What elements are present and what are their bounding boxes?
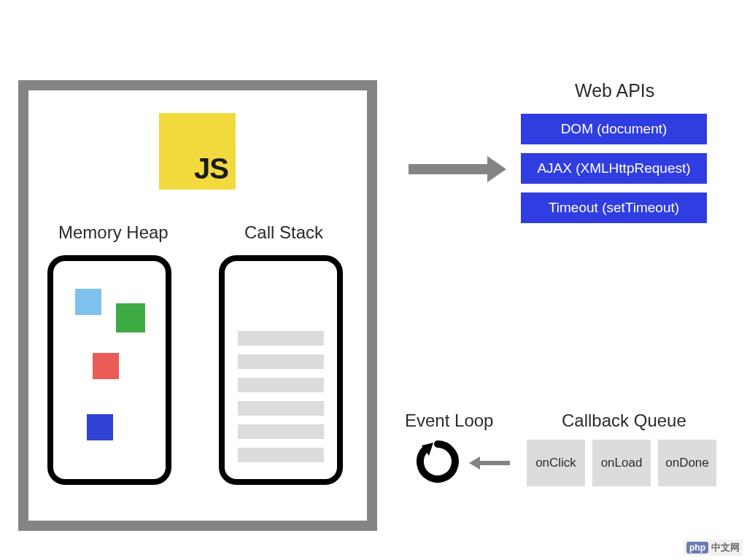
stack-frame — [238, 401, 324, 416]
callback-item: onLoad — [592, 440, 651, 486]
heap-object-green — [116, 303, 145, 332]
heap-object-red — [93, 353, 119, 379]
stack-frame — [238, 331, 324, 346]
stack-frame — [238, 354, 324, 369]
watermark: php 中文网 — [684, 540, 743, 556]
callback-label: onLoad — [601, 456, 643, 470]
web-api-label: DOM (document) — [561, 121, 667, 137]
web-api-ajax: AJAX (XMLHttpRequest) — [521, 153, 707, 184]
heap-object-blue — [87, 414, 113, 440]
heading-call-stack: Call Stack — [244, 222, 323, 243]
watermark-badge: php — [686, 542, 708, 553]
callback-label: onClick — [535, 456, 576, 470]
heading-callback-queue: Callback Queue — [562, 411, 686, 431]
heading-event-loop: Event Loop — [405, 411, 493, 431]
call-stack-container — [219, 255, 343, 485]
js-logo-text: JS — [194, 152, 228, 185]
callback-label: onDone — [665, 456, 709, 470]
heading-web-apis: Web APIs — [575, 80, 654, 101]
heading-memory-heap: Memory Heap — [58, 222, 169, 243]
callback-queue-row: onClick onLoad onDone — [527, 440, 716, 486]
web-api-timeout: Timeout (setTimeout) — [521, 192, 707, 223]
stack-frame — [238, 378, 324, 392]
watermark-text: 中文网 — [711, 541, 740, 554]
js-logo: JS — [159, 113, 236, 190]
web-api-label: AJAX (XMLHttpRequest) — [537, 160, 690, 176]
stack-frame — [238, 424, 324, 439]
web-api-dom: DOM (document) — [521, 114, 707, 144]
stack-frame — [238, 448, 324, 462]
callback-item: onClick — [527, 440, 585, 486]
arrow-left-icon — [479, 461, 510, 465]
arrow-right-icon — [409, 164, 489, 174]
heap-object-lightblue — [75, 289, 101, 315]
memory-heap-container — [47, 255, 171, 485]
loop-arrow-icon — [416, 440, 460, 483]
web-api-label: Timeout (setTimeout) — [549, 200, 679, 216]
callback-item: onDone — [658, 440, 716, 486]
